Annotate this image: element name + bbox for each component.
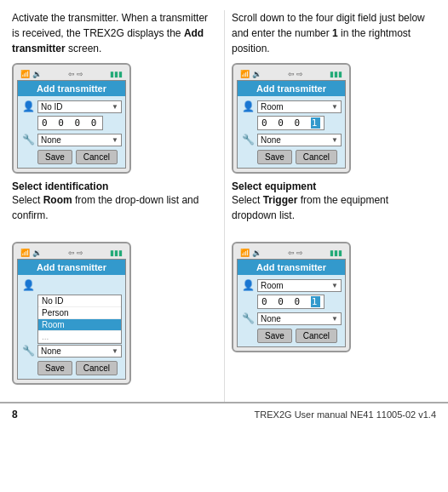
battery-icon: ▮▮▮ <box>110 70 123 78</box>
dropdown-noid-1[interactable]: No ID ▼ <box>37 100 122 113</box>
device-top-bar-1: 📶 🔉 ⇦ ⇨ ▮▮▮ <box>17 68 126 80</box>
main-content: Activate the transmitter. When a transmi… <box>0 0 448 403</box>
device-top-icons-3: 📶 🔉 <box>20 249 42 257</box>
screen-body-4: 👤 Room ▼ 0 0 0 1 🔧 None ▼ <box>238 275 345 346</box>
device-screen-2: Add transmitter 👤 Room ▼ 0 0 0 1 🔧 <box>237 80 346 169</box>
dropdown-value-room-4: Room <box>261 281 284 290</box>
dropdown-arrow-none-4: ▼ <box>331 315 338 323</box>
dropdown-arrow-none-2: ▼ <box>331 136 338 144</box>
screen-title-2: Add transmitter <box>238 81 345 96</box>
dropdown-value-room-2: Room <box>261 102 284 112</box>
wrench-icon-3: 🔧 <box>21 344 35 358</box>
battery-icon-4: ▮▮▮ <box>330 249 342 257</box>
cancel-button-1[interactable]: Cancel <box>76 150 118 164</box>
dd-item-more[interactable]: ... <box>38 331 121 343</box>
dropdown-value-1: No ID <box>41 102 63 112</box>
person-icon-3: 👤 <box>21 278 35 292</box>
speaker-icon-2: 🔉 <box>252 70 261 78</box>
wrench-icon-4: 🔧 <box>241 312 255 325</box>
dropdown-none-2[interactable]: None ▼ <box>257 134 342 146</box>
top-arrows-4: ⇦ ⇨ <box>288 249 304 257</box>
footer: 8 TREX2G User manual NE41 11005-02 v1.4 <box>0 403 448 426</box>
digit-row-4: 0 0 0 1 <box>241 295 342 309</box>
device-screen-3: Add transmitter 👤 No ID Person Room ... … <box>17 259 126 380</box>
screen-buttons-2: Save Cancel <box>257 150 342 164</box>
dropdown-value-none-3: None <box>41 346 61 356</box>
speaker-icon-3: 🔉 <box>32 249 42 257</box>
screen-buttons-1: Save Cancel <box>37 150 122 164</box>
screen-title-3: Add transmitter <box>18 260 125 275</box>
section2-bold-trigger: Trigger <box>263 194 298 206</box>
cancel-button-3[interactable]: Cancel <box>76 361 118 375</box>
top-arrows-2: ⇦ ⇨ <box>288 70 304 78</box>
device-top-bar-2: 📶 🔉 ⇦ ⇨ ▮▮▮ <box>237 68 346 80</box>
screen-row-wrench-1: 🔧 None ▼ <box>21 133 122 146</box>
dropdown-none-1[interactable]: None ▼ <box>37 134 122 146</box>
cancel-button-4[interactable]: Cancel <box>296 329 337 343</box>
dd-item-noid[interactable]: No ID <box>38 295 121 307</box>
save-button-4[interactable]: Save <box>257 329 292 343</box>
save-button-1[interactable]: Save <box>37 150 72 164</box>
device-mockup-2: 📶 🔉 ⇦ ⇨ ▮▮▮ Add transmitter 👤 Room ▼ <box>232 63 351 174</box>
dropdown-value-none-2: None <box>261 135 281 145</box>
person-icon-4: 👤 <box>241 278 255 292</box>
device-mockup-1: 📶 🔉 ⇦ ⇨ ▮▮▮ Add transmitter 👤 No ID ▼ <box>12 63 131 174</box>
screen-body-3: 👤 No ID Person Room ... 🔧 None ▼ <box>18 275 125 379</box>
speaker-icon: 🔉 <box>32 70 42 78</box>
section2-bold: 1 <box>332 27 338 39</box>
screen-title-1: Add transmitter <box>18 81 125 96</box>
top-arrows: ⇦ ⇨ <box>68 70 84 78</box>
device-top-icons-2: 📶 🔉 <box>240 70 261 78</box>
save-button-2[interactable]: Save <box>257 150 292 164</box>
dropdown-value-none-4: None <box>261 314 281 323</box>
signal-icon-2: 📶 <box>240 70 250 78</box>
screen-title-4: Add transmitter <box>238 260 345 275</box>
dropdown-none-4[interactable]: None ▼ <box>257 312 342 325</box>
battery-icon-2: ▮▮▮ <box>330 70 342 78</box>
section1-bold: Add transmitter <box>12 27 204 54</box>
dropdown-arrow-1: ▼ <box>112 103 118 111</box>
cancel-button-2[interactable]: Cancel <box>296 150 337 164</box>
signal-icon-4: 📶 <box>240 249 250 257</box>
dd-item-room[interactable]: Room <box>38 319 121 331</box>
digit-row-2: 0 0 0 1 <box>241 116 342 130</box>
screen-body-1: 👤 No ID ▼ 0 0 0 0 🔧 None ▼ <box>18 96 125 168</box>
section2-label-body: Select Trigger from the equipment dropdo… <box>232 192 436 223</box>
save-button-3[interactable]: Save <box>37 361 72 375</box>
dropdown-room-2[interactable]: Room ▼ <box>257 100 342 113</box>
section-3: 📶 🔉 ⇦ ⇨ ▮▮▮ Add transmitter 👤 No ID Pers… <box>12 237 224 402</box>
screen-row-wrench-2: 🔧 None ▼ <box>241 133 342 146</box>
screen-body-2: 👤 Room ▼ 0 0 0 1 🔧 None ▼ <box>238 96 345 168</box>
signal-icon: 📶 <box>20 70 30 78</box>
device-top-bar-3: 📶 🔉 ⇦ ⇨ ▮▮▮ <box>17 247 126 259</box>
section-1: Activate the transmitter. When a transmi… <box>12 10 224 237</box>
device-top-icons-1: 📶 🔉 <box>20 70 42 78</box>
digit-field-4[interactable]: 0 0 0 1 <box>257 295 325 309</box>
section1-paragraph: Activate the transmitter. When a transmi… <box>12 10 217 56</box>
device-screen-1: Add transmitter 👤 No ID ▼ 0 0 0 0 🔧 <box>17 80 126 169</box>
battery-icon-3: ▮▮▮ <box>110 249 123 257</box>
section2-paragraph: Scroll down to the four digit field just… <box>232 10 436 56</box>
dropdown-none-3[interactable]: None ▼ <box>37 345 122 358</box>
dd-item-person[interactable]: Person <box>38 307 121 319</box>
screen-row-person-2: 👤 Room ▼ <box>241 100 342 113</box>
dropdown-arrow-room-2: ▼ <box>331 103 338 111</box>
device-top-bar-4: 📶 🔉 ⇦ ⇨ ▮▮▮ <box>237 247 346 259</box>
dropdown-value-none-1: None <box>41 135 61 145</box>
screen-row-wrench-4: 🔧 None ▼ <box>241 312 342 325</box>
dropdown-arrow-none-3: ▼ <box>112 347 118 355</box>
section2-sub-label: Select equipment Select Trigger from the… <box>232 180 436 223</box>
person-icon-1: 👤 <box>21 100 35 113</box>
dropdown-room-4[interactable]: Room ▼ <box>257 279 342 292</box>
section-2: Scroll down to the four digit field just… <box>224 10 436 237</box>
section1-bold-room: Room <box>43 194 72 206</box>
digit-highlight-2: 1 <box>311 117 321 129</box>
dropdown-open-list-3[interactable]: No ID Person Room ... <box>37 295 122 344</box>
digit-field-2[interactable]: 0 0 0 1 <box>257 116 325 130</box>
device-mockup-3: 📶 🔉 ⇦ ⇨ ▮▮▮ Add transmitter 👤 No ID Pers… <box>12 242 131 385</box>
page-number: 8 <box>12 409 18 420</box>
manual-title: TREX2G User manual NE41 11005-02 v1.4 <box>255 409 436 420</box>
speaker-icon-4: 🔉 <box>252 249 261 257</box>
digit-field-1[interactable]: 0 0 0 0 <box>37 116 103 130</box>
device-screen-4: Add transmitter 👤 Room ▼ 0 0 0 1 🔧 <box>237 259 346 347</box>
